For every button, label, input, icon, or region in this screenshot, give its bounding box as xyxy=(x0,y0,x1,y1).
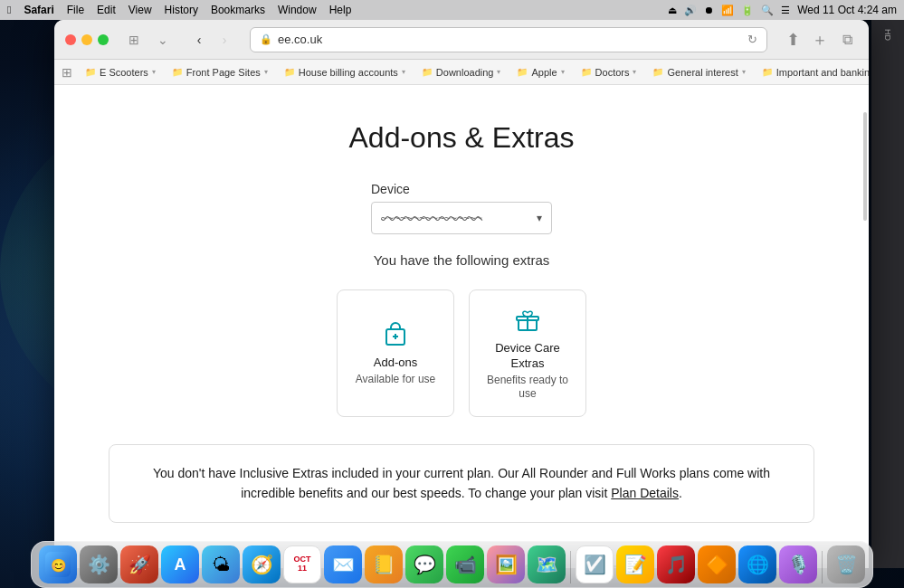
dock-facetime[interactable]: 📹 xyxy=(446,545,484,583)
bookmark-label: House billing accounts xyxy=(299,67,398,78)
wifi-icon: 📶 xyxy=(721,5,734,16)
bookmark-apple[interactable]: 📁 Apple ▾ xyxy=(509,65,571,80)
spotlight-icon[interactable]: 🔍 xyxy=(761,5,774,16)
finder-icon: 😊 xyxy=(45,552,71,577)
dock-notes[interactable]: 📝 xyxy=(616,545,654,583)
tab-overview-button[interactable]: ⧉ xyxy=(836,29,858,51)
menu-edit[interactable]: Edit xyxy=(97,4,116,16)
chevron-icon: ▾ xyxy=(497,68,500,76)
menu-window[interactable]: Window xyxy=(278,4,317,16)
bookmark-label: General interest xyxy=(667,67,737,78)
bookmark-general-interest[interactable]: 📁 General interest ▾ xyxy=(645,65,752,80)
new-tab-button[interactable]: ＋ xyxy=(809,29,831,51)
browser-actions: ⬆ ＋ ⧉ xyxy=(782,29,858,51)
device-label: Device xyxy=(371,182,410,196)
sidebar-toggle-button[interactable]: ⊞ xyxy=(123,29,145,51)
control-center-icon[interactable]: ☰ xyxy=(781,5,790,16)
dock-mail[interactable]: ✉️ xyxy=(324,545,362,583)
dock-vlc[interactable]: 🔶 xyxy=(698,545,736,583)
gear-icon: ⚙️ xyxy=(88,554,110,575)
app-name[interactable]: Safari xyxy=(24,4,53,16)
dock-appstore[interactable]: A xyxy=(161,545,199,583)
bookmark-label: E Scooters xyxy=(100,67,148,78)
device-care-card[interactable]: Device CareExtras Benefits ready to use xyxy=(469,289,586,417)
card1-subtitle: Available for use xyxy=(356,373,436,387)
dock-podcasts[interactable]: 🎙️ xyxy=(779,545,817,583)
menu-bookmarks[interactable]: Bookmarks xyxy=(211,4,265,16)
scrollbar-thumb[interactable] xyxy=(863,112,867,221)
dock-contacts[interactable]: 📒 xyxy=(365,545,403,583)
volume-icon[interactable]: 🔊 xyxy=(684,5,697,16)
minimize-button[interactable] xyxy=(81,34,92,45)
browser-titlebar: ⊞ ⌄ ‹ › 🔒 ee.co.uk ↻ ⬆ ＋ ⧉ xyxy=(54,20,869,60)
chevron-down-icon[interactable]: ⌄ xyxy=(152,29,174,51)
folder-icon: 📁 xyxy=(422,67,433,77)
reminders-icon: ☑️ xyxy=(584,554,606,575)
launchpad-icon: 🚀 xyxy=(128,554,151,575)
menu-view[interactable]: View xyxy=(128,4,152,16)
folder-icon: 📁 xyxy=(652,67,663,77)
chevron-icon: ▾ xyxy=(561,68,565,76)
dock: 😊 ⚙️ 🚀 A 🌤 🧭 OCT11 ✉️ 📒 💬 xyxy=(31,541,873,588)
dock-photos[interactable]: 🖼️ xyxy=(487,545,525,583)
podcast-icon: 🎙️ xyxy=(787,554,810,575)
share-button[interactable]: ⬆ xyxy=(782,29,804,51)
menu-file[interactable]: File xyxy=(67,4,84,16)
bookmark-important-banking[interactable]: 📁 Important and banking ▾ xyxy=(755,65,869,80)
info-suffix: . xyxy=(679,486,682,500)
device-section: Device ~~~~~~~~~~~~~~~~ ▾ xyxy=(371,182,552,234)
facetime-icon: 📹 xyxy=(454,554,477,575)
bookmark-label: Downloading xyxy=(436,67,494,78)
dock-globe-browser[interactable]: 🌐 xyxy=(738,545,776,583)
dock-divider xyxy=(570,551,571,583)
vlc-icon: 🔶 xyxy=(706,554,728,575)
address-bar[interactable]: 🔒 ee.co.uk ↻ xyxy=(250,27,767,52)
chevron-icon: ▾ xyxy=(402,68,405,76)
maps-icon: 🗺️ xyxy=(536,554,558,575)
bookmark-e-scooters[interactable]: 📁 E Scooters ▾ xyxy=(78,65,163,80)
notes-icon: 📝 xyxy=(624,554,647,575)
dock-finder[interactable]: 😊 xyxy=(39,545,77,583)
bookmark-downloading[interactable]: 📁 Downloading ▾ xyxy=(414,65,509,80)
info-box: You don't have Inclusive Extras included… xyxy=(109,444,814,523)
dock-maps[interactable]: 🗺️ xyxy=(528,545,566,583)
second-window-edge: HD xyxy=(871,20,904,568)
menu-help[interactable]: Help xyxy=(329,4,352,16)
extras-cards: Add-ons Available for use Device CareExt… xyxy=(337,289,586,417)
music-icon: 🎵 xyxy=(665,554,688,575)
gift-icon xyxy=(513,305,542,334)
bookmark-label: Apple xyxy=(531,67,557,78)
bookmark-front-page[interactable]: 📁 Front Page Sites ▾ xyxy=(165,65,275,80)
mail-icon: ✉️ xyxy=(332,554,355,575)
dock-weather[interactable]: 🌤 xyxy=(202,545,240,583)
maximize-button[interactable] xyxy=(98,34,109,45)
scrollbar-track[interactable] xyxy=(861,85,869,568)
menubar-clock: Wed 11 Oct 4:24 am xyxy=(797,4,897,16)
reload-button[interactable]: ↻ xyxy=(747,33,757,46)
dock-system-preferences[interactable]: ⚙️ xyxy=(80,545,118,583)
dock-calendar[interactable]: OCT11 xyxy=(283,545,321,583)
bookmark-doctors[interactable]: 📁 Doctors ▾ xyxy=(574,65,644,80)
addons-card[interactable]: Add-ons Available for use xyxy=(337,289,454,417)
folder-icon: 📁 xyxy=(762,67,773,77)
dock-reminders[interactable]: ☑️ xyxy=(576,545,614,583)
dock-messages[interactable]: 💬 xyxy=(405,545,443,583)
close-button[interactable] xyxy=(65,34,76,45)
apple-menu[interactable]:  xyxy=(7,4,11,16)
calendar-icon: OCT11 xyxy=(294,555,311,574)
dock-safari[interactable]: 🧭 xyxy=(243,545,281,583)
plan-details-link[interactable]: Plan Details xyxy=(611,486,679,500)
trash-icon: 🗑️ xyxy=(835,554,858,575)
dock-launchpad[interactable]: 🚀 xyxy=(120,545,158,583)
grid-icon[interactable]: ⊞ xyxy=(62,65,72,80)
forward-button[interactable]: › xyxy=(214,29,235,51)
bookmark-house-billing[interactable]: 📁 House billing accounts ▾ xyxy=(277,65,413,80)
menubar-status-icons: ⏏ 🔊 ⏺ 📶 🔋 🔍 ☰ Wed 11 Oct 4:24 am xyxy=(668,4,897,16)
dock-trash[interactable]: 🗑️ xyxy=(827,545,865,583)
menu-history[interactable]: History xyxy=(165,4,198,16)
back-button[interactable]: ‹ xyxy=(188,29,210,51)
device-dropdown[interactable]: ~~~~~~~~~~~~~~~~ ▾ xyxy=(371,202,552,234)
lock-icon: 🔒 xyxy=(260,33,272,45)
dock-music[interactable]: 🎵 xyxy=(657,545,695,583)
chevron-icon: ▾ xyxy=(633,68,636,76)
